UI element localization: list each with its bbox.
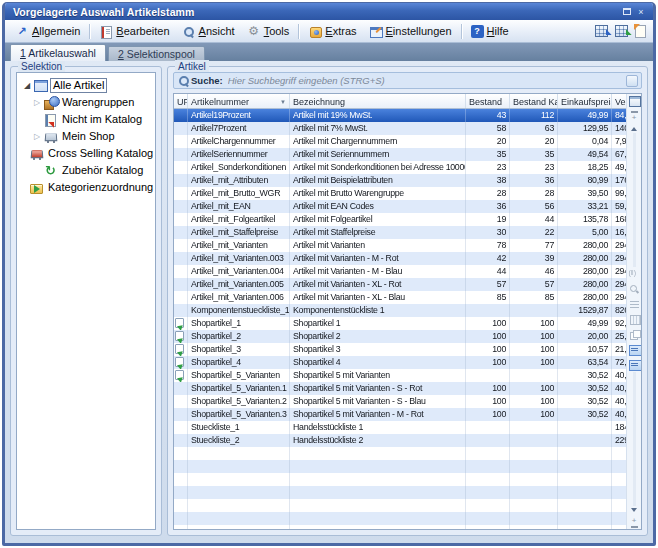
cell-empty [510, 447, 558, 460]
cell-empty [188, 486, 290, 499]
table-row[interactable]: Shopartikel_5_Varianten.1Shopartikel 5 m… [174, 382, 626, 395]
scrollbar-track[interactable] [633, 372, 636, 506]
tree-item-zubeh-r-katalog[interactable]: ↻Zubehör Katalog [17, 162, 155, 179]
cell-empty [510, 499, 558, 512]
search-input[interactable] [228, 75, 626, 86]
tree-item-kategorienzuordnung-entfernen[interactable]: Kategorienzuordnung entfernen [17, 179, 155, 196]
close-button[interactable]: × [634, 5, 648, 18]
table-row[interactable]: Artikel_mit_EANArtikel mit EAN Codes3656… [174, 200, 626, 213]
cell: Artikel_mit_Varianten [188, 239, 290, 252]
up-cell [174, 434, 188, 447]
extras-icon [308, 25, 322, 38]
tab-artikelauswahl[interactable]: 1 Artikelauswahl [10, 44, 106, 61]
copy-layout-icon[interactable] [629, 329, 640, 340]
scrollbar-track[interactable] [633, 133, 636, 267]
cell: 18,25 [558, 161, 612, 174]
table-row[interactable]: Shopartikel_2Shopartikel 210010020,0025, [174, 330, 626, 343]
cell: 129,95 [558, 122, 612, 135]
tree-item-cross-selling-katalog[interactable]: Cross Selling Katalog [17, 145, 155, 162]
table-row[interactable]: Komponentenstueckliste_1Komponentenstück… [174, 304, 626, 317]
menu-separator [298, 24, 299, 39]
column-header-bezeichnung[interactable]: Bezeichnung [290, 94, 466, 108]
export-table-icon[interactable] [595, 25, 609, 38]
table-row[interactable]: ArtikelSeriennummerArtikel mit Seriennum… [174, 148, 626, 161]
tab-selektionspool[interactable]: 2 Selektionspool [108, 46, 205, 61]
menu-allgemein[interactable]: ↗Allgemein [9, 22, 86, 41]
tree-item-mein-shop[interactable]: ▷Mein Shop [17, 128, 155, 145]
menu-hilfe[interactable]: ?Hilfe [465, 22, 515, 41]
table-row[interactable]: Shopartikel_3Shopartikel 310010010,5721, [174, 343, 626, 356]
table-row[interactable]: Artikel_mit_Varianten.005Artikel mit Var… [174, 278, 626, 291]
grid-view-icon[interactable] [629, 314, 640, 325]
zoom-icon[interactable] [629, 284, 640, 295]
scroll-down-arrow[interactable] [631, 508, 637, 515]
table-row[interactable]: Shopartikel_5_Varianten.3Shopartikel 5 m… [174, 408, 626, 421]
table-row[interactable]: ArtikelChargennummerArtikel mit Chargenn… [174, 135, 626, 148]
menu-ansicht[interactable]: Ansicht [176, 22, 241, 41]
cell: Shopartikel 4 [290, 356, 466, 369]
expander-icon[interactable]: ▷ [31, 98, 43, 107]
column-header-up[interactable]: UP [174, 94, 188, 108]
scroll-plus-icon[interactable]: + [632, 517, 637, 525]
scroll-up-arrow[interactable] [631, 124, 637, 131]
cell: 49,54 [558, 148, 612, 161]
table-row[interactable]: Shopartikel_4Shopartikel 410010063,5472, [174, 356, 626, 369]
layout-1-icon[interactable] [629, 344, 640, 355]
table-row[interactable]: Shopartikel_5_VariantenShopartikel 5 mit… [174, 369, 626, 382]
search-options-button[interactable] [626, 75, 638, 87]
tree-item-nicht-im-katalog[interactable]: Nicht im Katalog [17, 111, 155, 128]
cell: 38 [466, 174, 510, 187]
column-header-bestand-kalk-[interactable]: Bestand Kalk. [510, 94, 558, 108]
table-row[interactable]: Artikel_SonderkonditionenArtikel mit Son… [174, 161, 626, 174]
import-table-icon[interactable] [615, 25, 629, 38]
tree-item-label: Cross Selling Katalog [46, 147, 155, 160]
table-row[interactable]: Artikel7ProzentArtikel mit 7% MwSt.58631… [174, 122, 626, 135]
expander-icon[interactable]: ◢ [21, 81, 33, 90]
column-header-bestand[interactable]: Bestand [466, 94, 510, 108]
cell: 28 [466, 187, 510, 200]
menu-bearbeiten[interactable]: Bearbeiten [93, 22, 175, 41]
scroll-bottom-icon[interactable] [631, 526, 638, 528]
table-row[interactable]: Artikel_mit_Varianten.004Artikel mit Var… [174, 265, 626, 278]
scroll-plus-icon[interactable]: + [632, 114, 637, 122]
table-row[interactable]: Artikel_mit_Varianten.006Artikel mit Var… [174, 291, 626, 304]
column-header-artikelnummer[interactable]: Artikelnummer▼ [188, 94, 290, 108]
table-row[interactable]: Stueckliste_2Handelsstückliste 2229 [174, 434, 626, 447]
menu-tools[interactable]: ⚙Tools [241, 22, 296, 41]
new-document-icon[interactable] [635, 25, 646, 38]
cell: 57 [510, 278, 558, 291]
cell [510, 304, 558, 317]
table-row[interactable]: Artikel_mit_AttributenArtikel mit Beispi… [174, 174, 626, 187]
menu-einstellungen[interactable]: Einstellungen [363, 22, 458, 41]
cell: 28 [510, 187, 558, 200]
table-row[interactable]: Artikel_mit_Brutto_WGRArtikel mit Brutto… [174, 187, 626, 200]
table-row[interactable]: Shopartikel_5_Varianten.2Shopartikel 5 m… [174, 395, 626, 408]
up-cell [174, 369, 188, 382]
cell: Shopartikel 1 [290, 317, 466, 330]
table-row[interactable]: Artikel_mit_VariantenArtikel mit Variant… [174, 239, 626, 252]
table-row-empty [174, 447, 626, 460]
column-header-einkaufspreis[interactable]: Einkaufspreis [558, 94, 612, 108]
cell: 44 [510, 213, 558, 226]
list-view-icon[interactable] [629, 299, 640, 310]
column-chooser-icon[interactable] [628, 95, 641, 108]
expander-icon[interactable]: ▷ [31, 132, 43, 141]
table-row[interactable]: Artikel_mit_FolgeartikelArtikel mit Folg… [174, 213, 626, 226]
menu-extras[interactable]: Extras [302, 22, 362, 41]
pin-icon[interactable] [629, 269, 640, 280]
table-row[interactable]: Artikel19ProzentArtikel mit 19% MwSt.431… [174, 109, 626, 122]
table-row[interactable]: Artikel_mit_StaffelpreiseArtikel mit Sta… [174, 226, 626, 239]
cell: 30,52 [558, 369, 612, 382]
up-cell [174, 200, 188, 213]
cell-empty [510, 525, 558, 529]
table-row[interactable]: Shopartikel_1Shopartikel 110010049,9992, [174, 317, 626, 330]
tree-item-alle-artikel[interactable]: ◢Alle Artikel [17, 77, 155, 94]
column-header-ve[interactable]: Ve [612, 94, 626, 108]
table-row[interactable]: Stueckliste_1Handelsstückliste 1184 [174, 421, 626, 434]
table-row[interactable]: Artikel_mit_Varianten.003Artikel mit Var… [174, 252, 626, 265]
restore-button[interactable] [620, 5, 634, 18]
tree-item-warengruppen[interactable]: ▷Warengruppen [17, 94, 155, 111]
layout-2-icon[interactable] [629, 359, 640, 370]
cell: Artikel_Sonderkonditionen [188, 161, 290, 174]
tree-item-label: Nicht im Katalog [60, 113, 144, 126]
